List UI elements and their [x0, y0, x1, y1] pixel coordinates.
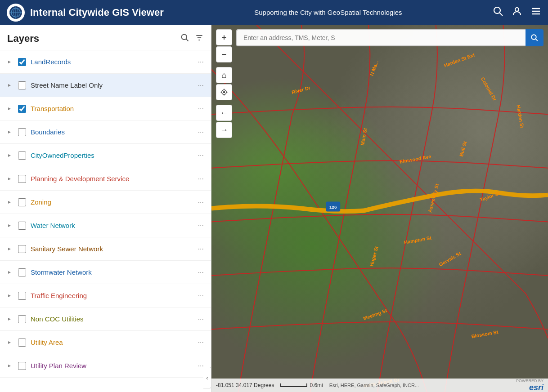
svg-marker-20 [8, 154, 11, 157]
layer-expand-planning-development[interactable] [5, 175, 13, 183]
layer-item-non-coc[interactable]: Non COC Utilities··· [0, 307, 211, 331]
layer-item-transportation[interactable]: Transportation··· [0, 97, 211, 120]
layer-item-landrecords[interactable]: LandRecords··· [0, 50, 211, 74]
header-user-button[interactable] [512, 6, 522, 19]
sidebar-filter-button[interactable] [195, 33, 204, 45]
layers-sidebar: Layers LandRecords···Stree [0, 25, 211, 392]
layer-checkbox-transportation[interactable] [18, 105, 26, 113]
layer-more-zoning[interactable]: ··· [196, 198, 206, 206]
layer-name-planning-development: Planning & Development Service [31, 175, 196, 183]
layer-checkbox-street-name-label[interactable] [18, 81, 26, 89]
layer-name-traffic-engineering: Traffic Engineering [31, 292, 196, 299]
layer-name-city-owned-properties: CityOwnedProperties [31, 151, 196, 159]
svg-point-51 [224, 92, 225, 93]
svg-marker-29 [8, 365, 11, 367]
layer-checkbox-water-network[interactable] [18, 222, 26, 230]
sidebar-header-icons [180, 33, 204, 45]
locate-button[interactable] [216, 84, 232, 100]
layer-item-utility-plan-review[interactable]: Utility Plan Review··· [0, 354, 211, 378]
sidebar-collapse-button[interactable]: ‹ [203, 367, 211, 388]
app-header: Internal Citywide GIS Viewer Supporting … [0, 0, 548, 25]
map-search-bar[interactable] [236, 29, 544, 46]
layer-more-planning-development[interactable]: ··· [196, 175, 206, 183]
svg-point-11 [182, 34, 187, 40]
layer-name-landrecords: LandRecords [31, 58, 196, 66]
layer-checkbox-zoning[interactable] [18, 198, 26, 206]
layer-expand-transportation[interactable] [5, 105, 13, 113]
layer-expand-sanitary-sewer[interactable] [5, 245, 13, 253]
layer-more-city-owned-properties[interactable]: ··· [196, 151, 206, 160]
layer-more-non-coc[interactable]: ··· [196, 315, 206, 323]
layer-expand-stormwater[interactable] [5, 268, 13, 276]
svg-marker-21 [8, 178, 11, 180]
layer-more-utility-area[interactable]: ··· [196, 339, 206, 347]
layer-expand-non-coc[interactable] [5, 315, 13, 323]
layer-checkbox-boundaries[interactable] [18, 128, 26, 136]
layer-expand-street-name-label[interactable] [5, 81, 13, 89]
layer-expand-traffic-engineering[interactable] [5, 292, 13, 300]
svg-text:Hampton St: Hampton St [404, 235, 432, 245]
layer-item-water-network[interactable]: Water Network··· [0, 214, 211, 237]
layer-checkbox-stormwater[interactable] [18, 268, 26, 276]
layer-checkbox-non-coc[interactable] [18, 315, 26, 323]
layer-more-sanitary-sewer[interactable]: ··· [196, 245, 206, 253]
svg-text:Blossom St: Blossom St [471, 329, 499, 339]
home-button[interactable]: ⌂ [216, 67, 232, 83]
layer-expand-utility-plan-review[interactable] [5, 362, 13, 370]
layer-name-non-coc: Non COC Utilities [31, 315, 196, 323]
map-area[interactable]: 126 River Dr N Ma... Harden St Ext Colon… [211, 25, 548, 392]
map-search-input[interactable] [236, 29, 526, 46]
header-search-button[interactable] [493, 6, 503, 19]
sidebar-header: Layers [0, 25, 211, 50]
layer-name-boundaries: Boundaries [31, 128, 196, 136]
layer-expand-water-network[interactable] [5, 222, 13, 230]
svg-text:Meeting St: Meeting St [363, 307, 388, 321]
map-search-button[interactable] [526, 29, 544, 46]
app-title: Internal Citywide GIS Viewer [30, 7, 164, 18]
layer-expand-landrecords[interactable] [5, 58, 13, 66]
svg-marker-18 [8, 107, 11, 110]
header-menu-button[interactable] [530, 6, 541, 19]
layer-expand-utility-area[interactable] [5, 339, 13, 347]
forward-button[interactable]: → [216, 122, 232, 138]
layer-expand-zoning[interactable] [5, 198, 13, 206]
svg-text:126: 126 [329, 205, 337, 210]
layer-more-stormwater[interactable]: ··· [196, 268, 206, 276]
layer-item-boundaries[interactable]: Boundaries··· [0, 120, 211, 144]
scale-bar [280, 383, 307, 387]
layer-item-zoning[interactable]: Zoning··· [0, 191, 211, 214]
layer-name-utility-plan-review: Utility Plan Review [31, 362, 196, 370]
layer-item-traffic-engineering[interactable]: Traffic Engineering··· [0, 284, 211, 307]
zoom-in-button[interactable]: + [216, 29, 232, 45]
layer-checkbox-city-owned-properties[interactable] [18, 151, 26, 160]
layer-expand-boundaries[interactable] [5, 128, 13, 136]
map-scale: 0.6mi [280, 382, 323, 388]
layer-item-city-owned-properties[interactable]: CityOwnedProperties··· [0, 144, 211, 167]
layer-checkbox-traffic-engineering[interactable] [18, 292, 26, 300]
zoom-out-button[interactable]: − [216, 46, 232, 62]
layer-name-zoning: Zoning [31, 198, 196, 206]
layer-item-utility-area[interactable]: Utility Area··· [0, 331, 211, 354]
sidebar-search-button[interactable] [180, 33, 189, 45]
layer-item-stormwater[interactable]: Stormwater Network··· [0, 261, 211, 284]
svg-text:Huger St: Huger St [368, 245, 379, 267]
layer-item-planning-development[interactable]: Planning & Development Service··· [0, 167, 211, 191]
back-button[interactable]: ← [216, 105, 232, 121]
layer-more-street-name-label[interactable]: ··· [196, 81, 206, 89]
main-content: Layers LandRecords···Stree [0, 25, 548, 392]
layer-more-landrecords[interactable]: ··· [196, 58, 206, 66]
layer-name-street-name-label: Street Name Label Only [31, 81, 196, 89]
layer-checkbox-sanitary-sewer[interactable] [18, 245, 26, 253]
layer-more-traffic-engineering[interactable]: ··· [196, 292, 206, 300]
layer-checkbox-utility-plan-review[interactable] [18, 362, 26, 370]
layer-item-street-name-label[interactable]: Street Name Label Only··· [0, 74, 211, 97]
layer-more-transportation[interactable]: ··· [196, 105, 206, 113]
svg-marker-27 [8, 318, 11, 321]
layer-checkbox-landrecords[interactable] [18, 58, 26, 66]
layer-item-sanitary-sewer[interactable]: Sanitary Sewer Network··· [0, 237, 211, 261]
layer-more-boundaries[interactable]: ··· [196, 128, 206, 136]
layer-more-water-network[interactable]: ··· [196, 222, 206, 230]
layer-expand-city-owned-properties[interactable] [5, 151, 13, 160]
layer-checkbox-utility-area[interactable] [18, 339, 26, 347]
layer-checkbox-planning-development[interactable] [18, 175, 26, 183]
